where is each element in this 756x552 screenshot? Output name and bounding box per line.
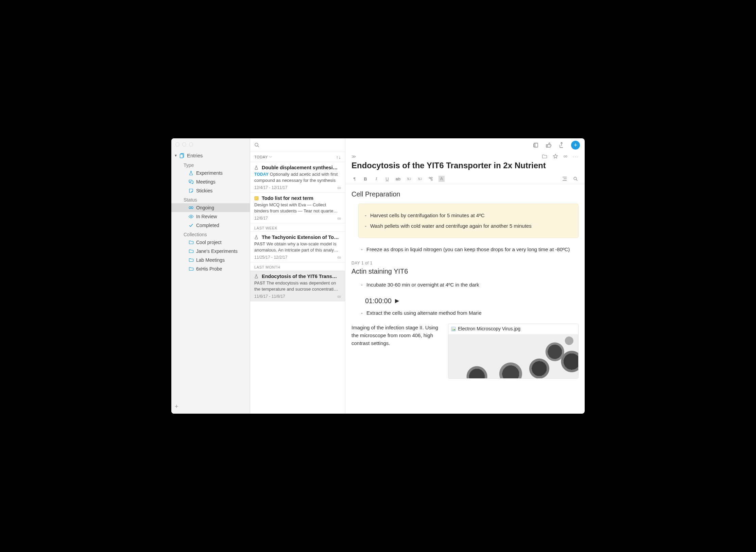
outline-icon[interactable] [562,176,568,182]
list-filter-bar[interactable]: TODAY ﹀ ↑↓ [250,152,345,162]
svg-point-8 [429,177,430,178]
entry-date: 11/6/17 - 11/8/17 [254,294,285,299]
flask-icon [254,166,259,170]
sidebar-section-status: Status [171,195,250,203]
play-icon[interactable]: ▶ [395,297,399,305]
sidebar-item-ongoing[interactable]: Ongoing [171,203,250,212]
chat-icon [188,179,194,185]
entry-description: Design MCQ test with Eva — Collect binde… [254,202,338,213]
image-file-icon [451,327,456,331]
entry-date: 12/4/17 - 12/11/17 [254,185,287,190]
close-window-button[interactable] [175,142,179,146]
find-icon[interactable] [572,176,579,182]
traffic-lights [175,142,193,146]
timer[interactable]: 01:00:00 ▶ [365,296,579,306]
sidebar-item-label: Jane's Experiments [196,248,238,254]
sort-icon[interactable]: ↑↓ [336,155,341,160]
check-icon [188,223,194,228]
svg-rect-6 [255,196,258,200]
sidebar-item-6xhis-probe[interactable]: 6xHis Probe [171,264,250,273]
infinity-icon: ∞ [337,293,341,299]
attachment-card[interactable]: Electron Microscopy Virus.jpg [448,324,579,379]
infinity-icon: ∞ [337,215,341,221]
sidebar-root[interactable]: ▼ Entries [171,152,250,160]
underline-button[interactable]: U [384,176,390,182]
document-title[interactable]: Endocytosis of the YIT6 Transporter in 2… [351,161,579,172]
bold-button[interactable]: B [362,176,368,182]
subscript-button[interactable]: X2 [417,176,423,182]
sidebar-section-type: Type [171,160,250,169]
entries-list-pane: TODAY ﹀ ↑↓ Double displacement synthesi…… [250,138,345,414]
document-body[interactable]: Cell Preparation Harvest cells by centri… [345,184,585,414]
heading-actin: Actin staining YIT6 [351,266,579,277]
sidebar-item-label: Lab Meetings [196,257,225,263]
callout-block: Harvest cells by centrifugation for 5 mi… [358,204,579,238]
entry-date: 11/25/17 - 12/2/17 [254,255,287,260]
share-icon[interactable] [558,142,565,149]
breadcrumb-expand-icon[interactable]: ≫ [351,154,356,159]
flask-icon [254,235,259,240]
svg-point-13 [452,328,453,329]
sidebar-item-cool-project[interactable]: Cool project [171,238,250,247]
svg-point-5 [255,143,258,146]
search-icon [254,142,259,148]
document-header: ≫ ∞ ··· Endocytosis of the YIT6 Transpor… [345,152,585,174]
list-entry[interactable]: Todo list for next term Design MCQ test … [250,193,345,223]
link-button[interactable] [428,176,434,182]
superscript-button[interactable]: X2 [406,176,412,182]
highlight-button[interactable]: A [439,176,445,182]
bullet-item: Incubate 30-60 min or overnight at 4ºC i… [366,281,579,289]
flask-icon [254,274,259,279]
italic-button[interactable]: I [373,176,379,182]
list-group-header: LAST MONTH [250,262,345,271]
sticky-icon [254,196,259,201]
infinity-icon[interactable]: ∞ [564,153,567,159]
more-icon[interactable]: ··· [573,154,579,159]
sidebar-item-janes-experiments[interactable]: Jane's Experiments [171,247,250,256]
new-entry-button[interactable]: + [571,141,580,150]
sidebar-item-completed[interactable]: Completed [171,221,250,230]
thumbs-up-icon[interactable] [545,142,552,149]
timer-value: 01:00:00 [365,296,392,306]
minimize-window-button[interactable] [182,142,186,146]
infinity-icon: ∞ [337,254,341,260]
search-bar[interactable] [250,138,345,152]
svg-point-10 [431,177,432,178]
sidebar-item-in-review[interactable]: In Review [171,212,250,221]
list-entry[interactable]: Double displacement synthesi… TODAY Opti… [250,162,345,193]
sidebar-add-button[interactable]: + [171,400,250,414]
document-pane: + ≫ ∞ ··· Endocytosis of the YIT6 Transp… [345,138,585,414]
list-entry[interactable]: Endocytosis of the YIT6 Trans… PAST The … [250,271,345,301]
sidebar-item-label: 6xHis Probe [196,266,222,272]
entry-title: Double displacement synthesi… [262,165,338,170]
folder-icon [188,266,194,272]
entries-icon [179,153,185,158]
library-icon[interactable] [532,142,539,149]
folder-icon [188,257,194,263]
heading-cell-preparation: Cell Preparation [351,189,579,200]
svg-point-4 [190,216,192,217]
entry-tag: PAST [254,242,265,246]
sidebar-item-lab-meetings[interactable]: Lab Meetings [171,256,250,264]
top-toolbar: + [345,138,585,152]
list-entry[interactable]: The Tachyonic Extension of To… PAST We o… [250,232,345,262]
chevron-down-icon: ﹀ [269,155,273,159]
sidebar-item-meetings[interactable]: Meetings [171,177,250,186]
infinity-icon: ∞ [337,185,341,190]
star-icon[interactable] [553,154,558,159]
zoom-window-button[interactable] [189,142,193,146]
sidebar-item-experiments[interactable]: Experiments [171,169,250,177]
entry-tag: TODAY [254,172,269,177]
folder-icon [188,248,194,254]
note-icon [188,188,194,193]
list-group-header: LAST WEEK [250,223,345,232]
bullet-item: Extract the cells using alternate method… [366,309,579,317]
entry-title: Endocytosis of the YIT6 Trans… [262,274,337,279]
attachment-filename: Electron Microscopy Virus.jpg [458,325,520,333]
sidebar-item-stickies[interactable]: Stickies [171,186,250,195]
folder-icon[interactable] [542,154,547,159]
day-label: DAY 1 of 1 [351,260,579,266]
paragraph-button[interactable]: ¶ [351,176,358,182]
strikethrough-button[interactable]: ab [395,176,401,182]
disclosure-triangle-icon[interactable]: ▼ [174,154,177,157]
